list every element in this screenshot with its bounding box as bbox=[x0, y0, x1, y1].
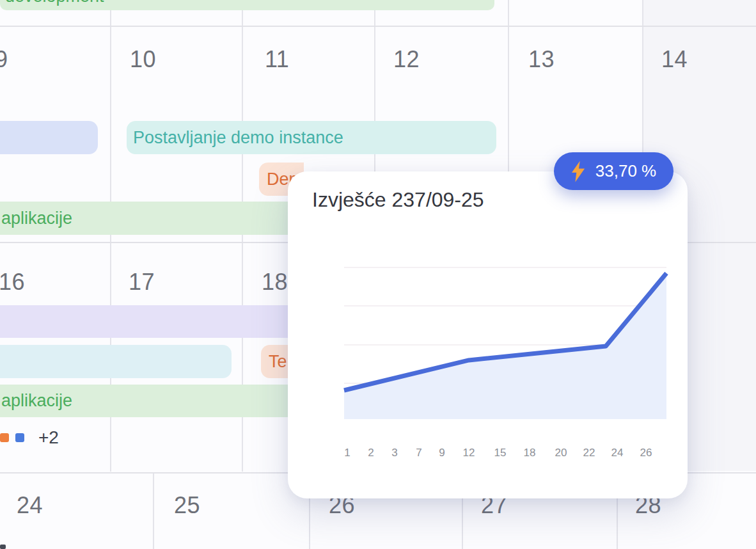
kpi-badge[interactable]: 33,70 % bbox=[554, 152, 673, 190]
day-number[interactable]: 9 bbox=[0, 46, 8, 73]
x-axis-tick-label: 22 bbox=[583, 447, 595, 459]
event-label: aplikacije bbox=[1, 209, 72, 228]
x-axis-tick-label: 24 bbox=[611, 447, 624, 459]
x-axis-tick-label: 1 bbox=[344, 447, 350, 459]
event-aplikacije-week1[interactable]: aplikacije bbox=[0, 202, 293, 235]
event-color-swatch bbox=[0, 433, 9, 442]
day-number[interactable]: 13 bbox=[528, 46, 555, 73]
x-axis-tick-label: 18 bbox=[524, 447, 536, 459]
x-axis-tick-label: 9 bbox=[439, 447, 445, 459]
x-axis-tick-label: 3 bbox=[391, 447, 397, 459]
event-cyan-bar[interactable] bbox=[0, 345, 232, 378]
grid-line-vertical bbox=[153, 473, 154, 549]
day-number[interactable]: 18 bbox=[262, 269, 288, 296]
cropped-glyph-fragment bbox=[0, 545, 6, 549]
event-label: Postavljanje demo instance bbox=[133, 128, 343, 148]
event-purple-bar[interactable] bbox=[0, 305, 293, 338]
x-axis-tick-label: 20 bbox=[555, 447, 567, 459]
more-events-count: +2 bbox=[38, 427, 59, 448]
chart-area-fill bbox=[344, 273, 666, 419]
event-label: Te bbox=[269, 352, 287, 372]
x-axis-tick-label: 12 bbox=[463, 447, 475, 459]
event-clipped-top[interactable]: development bbox=[0, 0, 494, 10]
report-card: Izvješće 237/09-25 1237912151820222426 bbox=[288, 171, 688, 498]
kpi-badge-value: 33,70 % bbox=[595, 161, 656, 181]
row-divider bbox=[0, 26, 756, 27]
report-chart-plot bbox=[344, 267, 666, 419]
day-number[interactable]: 24 bbox=[17, 492, 43, 519]
event-aplikacije-week2[interactable]: aplikacije bbox=[0, 385, 293, 417]
x-axis-tick-label: 7 bbox=[416, 447, 421, 459]
day-number[interactable]: 16 bbox=[0, 269, 25, 296]
x-axis-tick-label: 26 bbox=[640, 447, 652, 459]
event-label: development bbox=[5, 0, 104, 6]
event-color-swatch bbox=[15, 433, 24, 442]
event-postavljanje-demo-instance[interactable]: Postavljanje demo instance bbox=[127, 121, 496, 154]
day-number[interactable]: 14 bbox=[661, 46, 688, 73]
day-number[interactable]: 10 bbox=[130, 46, 156, 73]
more-events-indicator[interactable]: +2 bbox=[0, 427, 59, 448]
calendar-month-view: development 91011121314 161718 242526272… bbox=[0, 0, 756, 549]
day-number[interactable]: 25 bbox=[174, 492, 200, 519]
report-card-title: Izvješće 237/09-25 bbox=[312, 188, 484, 212]
day-number[interactable]: 17 bbox=[129, 269, 155, 296]
event-label: aplikacije bbox=[1, 391, 72, 411]
x-axis-tick-label: 2 bbox=[368, 447, 374, 459]
lightning-bolt-icon bbox=[571, 161, 585, 182]
report-line-chart bbox=[344, 267, 666, 419]
x-axis-tick-label: 15 bbox=[494, 447, 507, 459]
event-lavender-bar[interactable] bbox=[0, 121, 98, 154]
day-number[interactable]: 11 bbox=[265, 46, 289, 73]
chart-x-axis: 1237912151820222426 bbox=[344, 447, 666, 462]
day-number[interactable]: 12 bbox=[393, 46, 420, 73]
